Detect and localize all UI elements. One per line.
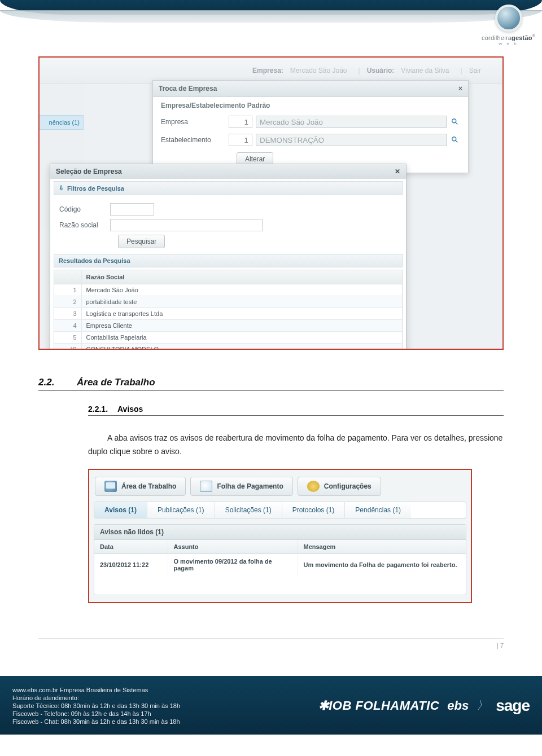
- logo-sage: sage: [496, 697, 530, 715]
- col-razao: Razão Social: [81, 270, 402, 284]
- svg-line-3: [456, 140, 458, 143]
- svg-point-0: [452, 119, 456, 123]
- brand-name-b: gestão: [512, 34, 532, 41]
- heading-2-2-1: 2.2.1. Avisos: [88, 405, 504, 416]
- fieldset-header: Empresa/Estabelecimento Padrão: [153, 97, 468, 113]
- modal-troca-empresa: Troca de Empresa × Empresa/Estabelecimen…: [152, 80, 469, 173]
- subtab-pendencias[interactable]: Pendências (1): [345, 502, 411, 518]
- footer-line-4: Fiscoweb - Telefone: 09h às 12h e das 14…: [12, 710, 180, 717]
- brand-name-a: cordilheira: [482, 34, 512, 41]
- col-mensagem: Mensagem: [298, 540, 466, 554]
- brand-sub: w e b: [482, 41, 535, 46]
- table-row[interactable]: 3Logística e transportes Ltda: [54, 308, 402, 320]
- results-table: Razão Social 1Mercado São João2portabili…: [54, 270, 402, 350]
- page-footer: www.ebs.com.br Empresa Brasileira de Sis…: [0, 676, 542, 735]
- hdr-empresa-label: Empresa:: [252, 67, 283, 74]
- modal-selecao-close-icon[interactable]: ✕: [395, 168, 400, 175]
- gear-icon: [307, 481, 320, 492]
- screenshot-avisos: Área de Trabalho Folha de Pagamento Conf…: [88, 469, 472, 603]
- modal-selecao-title: Seleção de Empresa: [56, 168, 122, 175]
- table-row[interactable]: 40CONSULTORIA MODELO: [54, 344, 402, 350]
- collapse-icon: ⇩: [59, 184, 64, 192]
- footer-line-1: www.ebs.com.br Empresa Brasileira de Sis…: [12, 687, 180, 693]
- subtab-publicacoes[interactable]: Publicações (1): [147, 502, 215, 518]
- document-icon: [200, 481, 212, 492]
- resultados-header: Resultados da Pesquisa: [54, 254, 403, 267]
- table-row[interactable]: 4Empresa Cliente: [54, 320, 402, 332]
- estab-name-input[interactable]: [256, 134, 447, 146]
- search-icon[interactable]: [450, 117, 460, 127]
- modal-troca-close-icon[interactable]: ×: [458, 85, 462, 93]
- col-assunto: Assunto: [168, 540, 298, 554]
- hdr-empresa-value: Mercado São João: [290, 67, 347, 74]
- svg-line-1: [456, 122, 458, 125]
- avisos-panel: Avisos não lidos (1) Data Assunto Mensag…: [94, 524, 466, 595]
- avisos-panel-title: Avisos não lidos (1): [94, 525, 466, 540]
- empresa-id-input[interactable]: [229, 116, 252, 128]
- footer-line-2: Horário de atendimento:: [12, 695, 180, 701]
- filtros-header[interactable]: ⇩ Filtros de Pesquisa: [54, 181, 403, 195]
- screenshot-troca-empresa: Empresa: Mercado São João | Usuário: Viv…: [38, 56, 504, 350]
- chevron-right-icon: 〉: [477, 698, 488, 713]
- modal-selecao-empresa: Seleção de Empresa ✕ ⇩ Filtros de Pesqui…: [50, 164, 406, 350]
- subtab-protocolos[interactable]: Protocolos (1): [282, 502, 346, 518]
- nav-tab-config[interactable]: Configurações: [298, 477, 381, 496]
- heading-2-2: 2.2. Área de Trabalho: [38, 377, 504, 391]
- page-number: | 7: [38, 635, 504, 649]
- search-icon[interactable]: [450, 135, 460, 145]
- estab-id-input[interactable]: [229, 134, 252, 146]
- subtab-solicitacoes[interactable]: Solicitações (1): [215, 502, 282, 518]
- col-data: Data: [94, 540, 168, 554]
- svg-point-2: [452, 137, 456, 141]
- hdr-sair-link[interactable]: Sair: [469, 67, 481, 74]
- empresa-label: Empresa: [161, 118, 229, 126]
- table-row[interactable]: 1Mercado São João: [54, 284, 402, 296]
- razao-input[interactable]: [110, 219, 263, 231]
- globe-icon: [495, 5, 522, 32]
- brand-logo: cordilheiragestão® w e b: [482, 5, 535, 46]
- sidebar-tab-truncated[interactable]: nências (1): [40, 115, 84, 130]
- table-row[interactable]: 2portabilidade teste: [54, 296, 402, 308]
- codigo-input[interactable]: [110, 203, 154, 216]
- col-num: [54, 270, 81, 284]
- subtab-avisos[interactable]: Avisos (1): [94, 502, 147, 518]
- empresa-name-input[interactable]: [256, 116, 447, 128]
- desktop-icon: [104, 481, 117, 492]
- footer-line-5: Fiscoweb - Chat: 08h 30min às 12h e das …: [12, 718, 180, 725]
- nav-tab-folha[interactable]: Folha de Pagamento: [190, 477, 292, 496]
- table-row[interactable]: 5Contabilista Papelaria: [54, 332, 402, 344]
- hdr-usuario-value: Viviane da Silva: [401, 67, 449, 74]
- codigo-label: Código: [59, 205, 110, 213]
- hdr-usuario-label: Usuário:: [367, 67, 395, 74]
- estab-label: Estabelecimento: [161, 136, 229, 144]
- table-row[interactable]: 23/10/2012 11:22 O movimento 09/2012 da …: [94, 553, 466, 575]
- avisos-table: Data Assunto Mensagem 23/10/2012 11:22 O…: [94, 540, 466, 595]
- logo-ebs: ebs: [447, 698, 469, 713]
- nav-tab-area-trabalho[interactable]: Área de Trabalho: [95, 477, 186, 496]
- footer-line-3: Suporte Técnico: 08h 30min às 12h e das …: [12, 702, 180, 709]
- modal-troca-title: Troca de Empresa: [159, 85, 217, 93]
- logo-iob: ✱IOB FOLHAMATIC: [318, 698, 440, 713]
- pesquisar-button[interactable]: Pesquisar: [118, 235, 165, 248]
- top-banner: cordilheiragestão® w e b: [0, 0, 542, 56]
- paragraph-avisos: A aba avisos traz os avisos de reabertur…: [88, 432, 504, 459]
- razao-label: Razão social: [59, 221, 110, 229]
